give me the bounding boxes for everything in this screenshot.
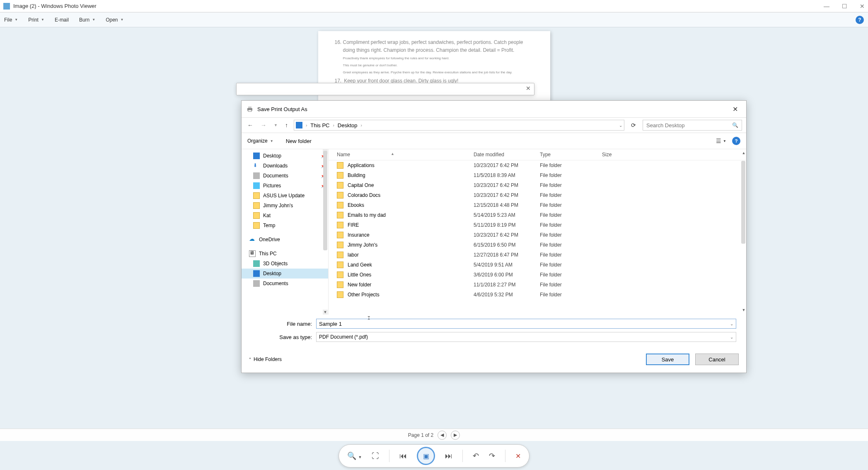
next-image-button[interactable]: ⏭ <box>445 452 452 460</box>
tree-item-this-pc[interactable]: This PC <box>242 249 328 259</box>
search-box[interactable]: 🔍 <box>643 120 742 131</box>
tree-item-pictures[interactable]: Pictures📌 <box>242 181 328 191</box>
menu-file[interactable]: File▼ <box>4 17 18 23</box>
tree-item-3d-objects[interactable]: 3D Objects <box>242 259 328 269</box>
scrollbar-thumb[interactable] <box>323 151 327 250</box>
minimize-icon[interactable]: — <box>824 3 829 10</box>
file-row[interactable]: labor12/27/2018 6:47 PMFile folder <box>329 250 746 260</box>
file-name: Emails to my dad <box>348 212 474 218</box>
divider <box>505 450 505 462</box>
menu-open[interactable]: Open▼ <box>106 17 123 23</box>
tree-item-desktop[interactable]: Desktop📌 <box>242 151 328 161</box>
column-name[interactable]: Name <box>337 152 474 157</box>
prev-page-button[interactable]: ◀ <box>438 431 447 440</box>
nav-up-button[interactable]: ↑ <box>283 121 290 129</box>
folder-icon <box>337 182 343 189</box>
breadcrumb-this-pc[interactable]: This PC <box>310 122 329 128</box>
file-list-header: ▲ Name Date modified Type Size <box>329 149 746 160</box>
tree-item-kat[interactable]: Kat <box>242 211 328 220</box>
file-type: File folder <box>540 232 602 238</box>
documents-icon <box>253 280 260 287</box>
new-folder-button[interactable]: New folder <box>286 138 312 144</box>
divider <box>389 450 389 462</box>
file-row[interactable]: Ebooks12/15/2018 4:48 PMFile folder <box>329 200 746 210</box>
tree-item-temp[interactable]: Temp <box>242 220 328 230</box>
prev-image-button[interactable]: ⏮ <box>399 452 407 460</box>
tree-item-asus[interactable]: ASUS Live Update <box>242 191 328 201</box>
rotate-ccw-button[interactable]: ↶ <box>473 451 479 460</box>
scrollbar-thumb[interactable] <box>741 161 745 244</box>
scroll-up-button[interactable]: ▲ <box>741 151 746 156</box>
maximize-icon[interactable]: ☐ <box>842 3 847 10</box>
hide-folders-button[interactable]: ˄Hide Folders <box>249 356 282 362</box>
view-mode-button[interactable]: ☰ ▼ <box>716 138 726 144</box>
slideshow-button[interactable]: ▣ <box>417 447 435 465</box>
file-date: 12/15/2018 4:48 PM <box>474 202 540 208</box>
file-row[interactable]: Little Ones3/6/2019 6:00 PMFile folder <box>329 270 746 280</box>
breadcrumb-desktop[interactable]: Desktop <box>338 122 358 128</box>
file-name: Other Projects <box>348 292 474 298</box>
nav-tree[interactable]: ▲ Desktop📌 ⬇Downloads📌 Documents📌 Pictur… <box>242 149 329 315</box>
refresh-button[interactable]: ⟳ <box>629 121 638 129</box>
menu-email[interactable]: E-mail <box>55 17 69 23</box>
file-type: File folder <box>540 202 602 208</box>
file-scrollbar[interactable]: ▲ ▼ <box>741 151 745 313</box>
file-row[interactable]: Emails to my dad5/14/2019 5:23 AMFile fo… <box>329 210 746 220</box>
cancel-button[interactable]: Cancel <box>695 354 739 365</box>
file-row[interactable]: Colorado Docs10/23/2017 6:42 PMFile fold… <box>329 190 746 200</box>
dropdown-icon[interactable]: ⌄ <box>730 335 733 339</box>
file-row[interactable]: Jimmy John's6/15/2019 6:50 PMFile folder <box>329 240 746 250</box>
close-icon[interactable]: ✕ <box>526 85 531 92</box>
file-date: 4/6/2019 5:32 PM <box>474 292 540 298</box>
file-date: 10/23/2017 6:42 PM <box>474 182 540 188</box>
close-icon[interactable]: ✕ <box>860 3 865 10</box>
file-row[interactable]: Land Geek5/4/2019 9:51 AMFile folder <box>329 260 746 270</box>
file-row[interactable]: FIRE5/11/2019 8:19 PMFile folder <box>329 220 746 230</box>
file-row[interactable]: Capital One10/23/2017 6:42 PMFile folder <box>329 180 746 190</box>
delete-button[interactable]: ✕ <box>515 452 521 460</box>
organize-button[interactable]: Organize▼ <box>247 138 273 144</box>
scroll-down-button[interactable]: ▼ <box>323 310 328 315</box>
file-row[interactable]: Building11/5/2018 8:39 AMFile folder <box>329 170 746 180</box>
menu-print[interactable]: Print▼ <box>28 17 44 23</box>
file-row[interactable]: Applications10/23/2017 6:42 PMFile folde… <box>329 160 746 170</box>
next-page-button[interactable]: ▶ <box>451 431 460 440</box>
save-button[interactable]: Save <box>646 354 689 365</box>
doc-line: Greet employees as they arrive. Psyche t… <box>335 70 534 75</box>
tree-item-jimmy[interactable]: Jimmy John's <box>242 201 328 211</box>
column-size[interactable]: Size <box>602 152 643 157</box>
rotate-cw-button[interactable]: ↷ <box>489 451 495 460</box>
file-row[interactable]: Other Projects4/6/2019 5:32 PMFile folde… <box>329 290 746 300</box>
nav-recent-button[interactable]: ▼ <box>272 122 279 128</box>
folder-icon <box>337 262 343 268</box>
tree-item-downloads[interactable]: ⬇Downloads📌 <box>242 161 328 171</box>
breadcrumb-dropdown[interactable]: ⌄ <box>619 123 622 128</box>
nav-forward-button[interactable]: → <box>259 121 268 129</box>
tree-item-desktop-selected[interactable]: Desktop <box>242 269 328 279</box>
dropdown-icon[interactable]: ⌄ <box>730 322 733 326</box>
tree-item-documents[interactable]: Documents📌 <box>242 171 328 181</box>
nav-back-button[interactable]: ← <box>246 121 255 129</box>
dialog-close-button[interactable]: ✕ <box>729 104 741 115</box>
file-row[interactable]: Insurance10/23/2017 6:42 PMFile folder <box>329 230 746 240</box>
fit-window-button[interactable]: ⛶ <box>372 452 379 460</box>
toolbar-right: ☰ ▼ ? <box>716 137 740 145</box>
help-icon[interactable]: ? <box>856 16 864 24</box>
file-row[interactable]: New folder11/1/2018 2:27 PMFile folder <box>329 280 746 290</box>
tree-item-onedrive[interactable]: OneDrive <box>242 235 328 245</box>
filename-input[interactable] <box>319 321 728 327</box>
file-date: 12/27/2018 6:47 PM <box>474 252 540 258</box>
file-date: 6/15/2019 6:50 PM <box>474 242 540 248</box>
scroll-down-button[interactable]: ▼ <box>741 308 746 313</box>
help-icon[interactable]: ? <box>732 137 740 145</box>
saveas-select[interactable]: PDF Document (*.pdf) ⌄ <box>316 332 736 342</box>
tree-item-documents2[interactable]: Documents <box>242 279 328 288</box>
zoom-button[interactable]: 🔍 ▼ <box>347 451 362 460</box>
column-date[interactable]: Date modified <box>474 152 540 157</box>
filename-input-wrapper[interactable]: 𝙸 ⌄ <box>316 319 736 329</box>
breadcrumb[interactable]: › This PC › Desktop › ⌄ <box>294 120 624 131</box>
underlying-dialog-peek: ✕ <box>236 83 534 95</box>
menu-burn[interactable]: Burn▼ <box>79 17 95 23</box>
column-type[interactable]: Type <box>540 152 602 157</box>
search-input[interactable] <box>646 122 732 128</box>
